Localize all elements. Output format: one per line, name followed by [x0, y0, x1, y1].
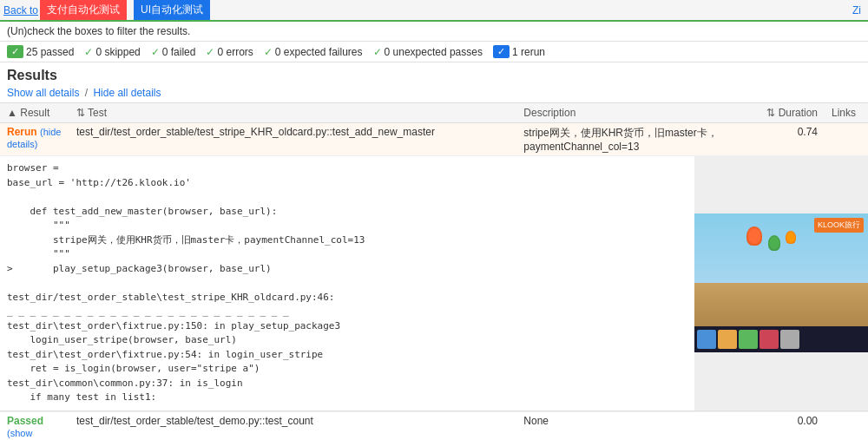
description-cell: stripe网关，使用KHR货币，旧master卡，paymentChannel…: [516, 123, 760, 156]
show-all-link[interactable]: Show all details: [7, 87, 79, 99]
rerun-badge[interactable]: ✓: [493, 45, 510, 58]
result-cell: Passed (show details): [0, 411, 69, 440]
screenshot-image: KLOOK旅行: [694, 213, 868, 352]
zi-link[interactable]: Zi: [845, 1, 868, 20]
up-check: ✓: [373, 46, 382, 58]
summary-failed: ✓ 0 failed: [151, 46, 196, 58]
summary-errors: ✓ 0 errors: [206, 46, 253, 58]
back-to-link[interactable]: Back to: [0, 1, 40, 20]
description-cell: None: [516, 411, 760, 440]
summary-unexpected-passes: ✓ 0 unexpected passes: [373, 46, 483, 58]
header-tabs: Back to 支付自动化测试 UI自动化测试 Zi: [0, 0, 868, 22]
detail-row: browser = base_url = 'http://t26.klook.i…: [0, 156, 868, 412]
summary-rerun: ✓ 1 rerun: [493, 45, 545, 58]
th-duration: ⇅ Duration: [760, 103, 825, 123]
thumb-2: [718, 330, 737, 349]
thumb-1: [697, 330, 716, 349]
sort-icon-duration: ⇅: [766, 107, 775, 119]
summary-skipped: ✓ 0 skipped: [84, 46, 140, 58]
th-result: ▲ Result: [0, 103, 69, 123]
skipped-check: ✓: [84, 46, 93, 58]
result-cell: Rerun (hide details): [0, 123, 69, 156]
thumb-4: [760, 330, 779, 349]
th-links: Links: [825, 103, 868, 123]
passed-label: 25 passed: [26, 46, 74, 58]
summary-passed: ✓ 25 passed: [7, 45, 74, 58]
duration-cell: 0.74: [760, 123, 825, 156]
tab1[interactable]: 支付自动化测试: [40, 0, 127, 20]
table-header-row: ▲ Result ⇅ Test Description ⇅ Duration L…: [0, 103, 868, 123]
link-separator: /: [85, 87, 88, 99]
test-cell: test_dir/test_order_stable/test_demo.py:…: [69, 411, 516, 440]
results-heading: Results: [0, 62, 868, 85]
summary-bar: ✓ 25 passed ✓ 0 skipped ✓ 0 failed ✓ 0 e…: [0, 42, 868, 62]
failed-check: ✓: [151, 46, 160, 58]
ef-label: 0 expected failures: [275, 46, 363, 58]
balloon-2: [768, 235, 780, 251]
thumb-5: [780, 330, 799, 349]
th-test: ⇅ Test: [69, 103, 516, 123]
duration-cell: 0.00: [760, 411, 825, 440]
sort-icon-test: ⇅: [76, 107, 85, 119]
screenshot-bar: [694, 326, 868, 352]
show-hide-links: Show all details / Hide all details: [0, 85, 868, 102]
detail-code: browser = base_url = 'http://t26.klook.i…: [0, 156, 694, 410]
links-cell: [825, 411, 868, 440]
detail-screenshot: KLOOK旅行: [694, 156, 868, 410]
passed-badge[interactable]: ✓: [7, 45, 23, 58]
balloon-3: [786, 231, 796, 244]
status-label: Passed: [7, 415, 43, 427]
skipped-label: 0 skipped: [95, 46, 140, 58]
ef-check: ✓: [264, 46, 273, 58]
tab2[interactable]: UI自动化测试: [134, 0, 210, 20]
balloon-1: [746, 227, 762, 246]
hide-all-link[interactable]: Hide all details: [93, 87, 161, 99]
detail-content: browser = base_url = 'http://t26.klook.i…: [0, 156, 868, 411]
failed-label: 0 failed: [162, 46, 196, 58]
thumb-3: [739, 330, 758, 349]
rerun-label: 1 rerun: [512, 46, 545, 58]
table-row: Rerun (hide details) test_dir/test_order…: [0, 123, 868, 156]
up-label: 0 unexpected passes: [385, 46, 483, 58]
links-cell: [825, 123, 868, 156]
th-description: Description: [516, 103, 760, 123]
summary-expected-failures: ✓ 0 expected failures: [264, 46, 363, 58]
test-cell: test_dir/test_order_stable/test_stripe_K…: [69, 123, 516, 156]
detail-toggle[interactable]: (show details): [7, 428, 37, 441]
screenshot-title: KLOOK旅行: [814, 218, 864, 233]
sort-icon-result: ▲: [7, 107, 17, 119]
filter-info: (Un)check the boxes to filter the result…: [0, 22, 868, 42]
errors-check: ✓: [206, 46, 214, 58]
errors-label: 0 errors: [217, 46, 253, 58]
status-label: Rerun: [7, 126, 37, 138]
results-table: ▲ Result ⇅ Test Description ⇅ Duration L…: [0, 102, 868, 440]
detail-cell: browser = base_url = 'http://t26.klook.i…: [0, 156, 868, 412]
table-row: Passed (show details) test_dir/test_orde…: [0, 411, 868, 440]
